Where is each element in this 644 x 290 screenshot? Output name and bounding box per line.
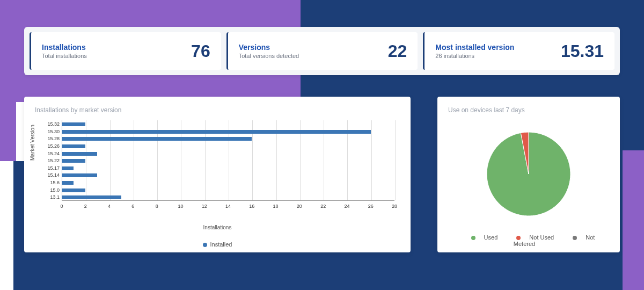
pie-legend-not-used: Not Used (529, 234, 554, 241)
bar-xtick: 24 (344, 204, 349, 209)
bar-xtick: 6 (131, 204, 134, 209)
stat-card-installations: Installations Total installations 76 (30, 32, 221, 70)
bar (62, 130, 371, 134)
bar (62, 159, 85, 163)
bar-category-label: 15.6 (40, 180, 60, 185)
bar-xtick: 10 (178, 204, 183, 209)
bar-ylabel: Market Version (30, 125, 35, 161)
bar-row (62, 180, 394, 186)
bar-category-label: 15.22 (40, 158, 60, 163)
bar-chart-card: Installations by market version Market V… (24, 97, 411, 252)
bar-xtick: 2 (84, 204, 87, 209)
stat-title: Versions (239, 43, 299, 52)
stats-row: Installations Total installations 76 Ver… (24, 27, 620, 75)
pie-chart (486, 131, 572, 217)
bar-category-label: 15.17 (40, 165, 60, 171)
bar-xtick: 14 (225, 204, 231, 209)
stat-value: 76 (191, 41, 210, 61)
bar-xtick: 28 (392, 204, 397, 209)
bar-xtick: 18 (273, 204, 279, 209)
bar (62, 122, 85, 126)
bar-xtick: 16 (249, 204, 254, 209)
bar-category-label: 15.32 (40, 121, 60, 127)
stat-value: 22 (388, 41, 407, 61)
bar (62, 144, 85, 148)
bg-purple-br (623, 150, 644, 290)
pie-chart-card: Use on devices last 7 days Used Not Used… (437, 97, 620, 252)
bar-xtick: 8 (156, 204, 158, 209)
bar-xlabel: Installations (35, 224, 400, 230)
bar (62, 137, 252, 141)
bar-category-label: 15.0 (40, 187, 60, 193)
bar (62, 173, 97, 177)
stat-card-most-installed: Most installed version 26 installations … (423, 32, 614, 70)
bar-xtick: 20 (297, 204, 302, 209)
bar-xtick: 12 (202, 204, 207, 209)
bar-category-label: 13.1 (40, 194, 60, 200)
bg-purple-side (0, 0, 16, 161)
bar (62, 181, 74, 185)
bar-row (62, 151, 394, 157)
stat-card-versions: Versions Total versions detected 22 (226, 32, 418, 70)
bar-xtick: 0 (60, 204, 63, 209)
stat-title: Most installed version (435, 43, 514, 52)
bar-legend: Installed (35, 241, 400, 248)
legend-dot-icon (203, 243, 207, 247)
pie-wrap (448, 120, 609, 228)
bar-row (62, 172, 394, 178)
bar-chart-plot: Market Version 15.3215.3015.2815.2615.24… (35, 120, 400, 222)
bar-xtick: 4 (108, 204, 111, 209)
bar (62, 152, 97, 156)
legend-dot-icon (471, 236, 475, 240)
bar-chart-title: Installations by market version (35, 106, 400, 114)
legend-dot-icon (516, 236, 521, 240)
pie-legend-used: Used (484, 234, 498, 241)
bar-category-label: 15.28 (40, 136, 60, 141)
pie-chart-title: Use on devices last 7 days (448, 106, 609, 114)
bar (62, 195, 121, 199)
stat-subtitle: 26 installations (435, 53, 514, 59)
stat-value: 15.31 (561, 41, 604, 61)
bar-legend-label: Installed (210, 241, 232, 248)
bar (62, 166, 74, 170)
stat-subtitle: Total versions detected (239, 53, 299, 59)
bar-row (62, 136, 394, 142)
stat-title: Installations (42, 43, 87, 52)
bar-row (62, 194, 394, 200)
stat-subtitle: Total installations (42, 53, 87, 59)
bar-row (62, 165, 394, 171)
bar-xtick: 22 (320, 204, 326, 209)
legend-dot-icon (573, 236, 577, 240)
bar-row (62, 121, 394, 127)
bar-category-label: 15.14 (40, 172, 60, 178)
bar-row (62, 158, 394, 164)
bar-category-label: 15.24 (40, 151, 60, 156)
bar (62, 189, 85, 192)
pie-legend: Used Not Used Not Metered (448, 234, 609, 247)
bar-category-label: 15.26 (40, 143, 60, 149)
bar-row (62, 187, 394, 193)
bar-category-label: 15.30 (40, 129, 60, 134)
bar-xtick: 26 (368, 204, 374, 209)
bar-row (62, 129, 394, 135)
bar-row (62, 143, 394, 149)
